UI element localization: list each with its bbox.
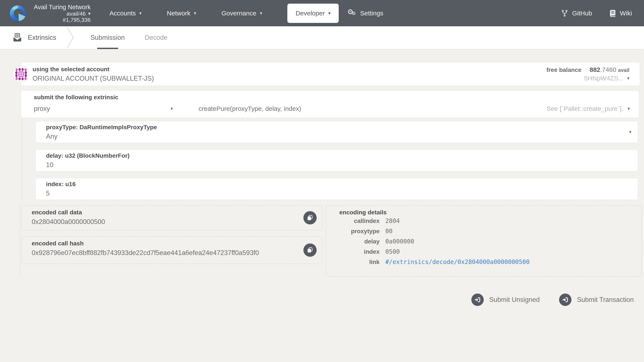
- encoded-call-data-box: encoded call data 0x2804000a0000000500: [22, 205, 322, 230]
- encoded-call-hash-label: encoded call hash: [32, 240, 294, 247]
- tab-bar: Extrinsics Submission Decode: [0, 26, 644, 49]
- menu-network-label: Network: [167, 10, 190, 17]
- wiki-label: Wiki: [620, 10, 632, 17]
- selected-account: using the selected account ORIGINAL ACCO…: [32, 66, 154, 82]
- encoding-row-link: link #/extrinsics/decode/0x2804000a00000…: [326, 257, 641, 267]
- avail-logo-icon[interactable]: [10, 5, 26, 22]
- extrinsics-page: using the selected account ORIGINAL ACCO…: [0, 49, 644, 306]
- enc-row-value: 0500: [385, 247, 400, 257]
- pallet-value: proxy: [34, 105, 50, 112]
- menu-item-governance[interactable]: Governance ▾: [222, 10, 262, 17]
- chevron-down-icon: ▾: [139, 11, 142, 16]
- book-icon: [609, 10, 616, 17]
- submit-transaction-button[interactable]: Submit Transaction: [558, 293, 635, 306]
- param-delay-input[interactable]: delay: u32 (BlockNumberFor) 10: [35, 149, 638, 172]
- navbar-external-links: GitHub Wiki: [561, 10, 632, 17]
- free-balance-value: 882.7460avail: [590, 66, 630, 74]
- section-title: Extrinsics: [28, 34, 56, 42]
- encoded-output-left: encoded call data 0x2804000a0000000500 e…: [22, 205, 322, 264]
- enc-row-label: index: [326, 247, 380, 257]
- git-fork-icon: [561, 10, 568, 17]
- menu-item-network[interactable]: Network ▾: [167, 10, 196, 17]
- copy-icon: [307, 247, 313, 253]
- account-name: ORIGINAL ACCOUNT (SUBWALLET-JS): [32, 75, 154, 82]
- menu-item-accounts[interactable]: Accounts ▾: [109, 10, 142, 17]
- actions-row: Submit Unsigned Submit Transaction: [0, 293, 635, 306]
- encoding-row: callindex 2804: [326, 216, 641, 226]
- chevron-down-icon: ▾: [328, 11, 330, 16]
- github-label: GitHub: [572, 10, 592, 17]
- param-label: proxyType: DaRuntimeImplsProxyType: [46, 124, 638, 131]
- menu-settings-label: Settings: [360, 10, 383, 17]
- encoding-row: proxytype 00: [326, 226, 641, 236]
- tab-decode[interactable]: Decode: [145, 26, 168, 49]
- account-dropdown[interactable]: free balance 882.7460avail 5HNpW4ZS... ▾: [546, 66, 630, 82]
- copy-call-hash-button[interactable]: [304, 244, 317, 257]
- encoding-details-title: encoding details: [339, 209, 641, 216]
- param-label: delay: u32 (BlockNumberFor): [46, 152, 638, 159]
- method-doc-text: See [`Pallet::create_pure`].: [546, 105, 623, 112]
- top-navbar: Avail Turing Network avail/46 ▾ #1,795,3…: [0, 0, 644, 26]
- enc-row-label: link: [326, 257, 380, 267]
- method-doc: See [`Pallet::create_pure`]. ▾: [546, 105, 630, 112]
- wiki-link[interactable]: Wiki: [609, 10, 632, 17]
- sign-in-icon: [471, 294, 484, 306]
- param-value: 5: [46, 190, 638, 197]
- chevron-down-icon: ▾: [627, 76, 630, 81]
- menu-item-developer[interactable]: Developer ▾: [287, 4, 339, 23]
- encoded-output-section: encoded call data 0x2804000a0000000500 e…: [20, 205, 642, 277]
- account-identicon[interactable]: [12, 66, 30, 82]
- breadcrumb-divider: [66, 27, 74, 48]
- menu-governance-label: Governance: [222, 10, 256, 17]
- param-proxytype-select[interactable]: proxyType: DaRuntimeImplsProxyType Any ▾: [35, 121, 638, 143]
- extrinsic-field-label: submit the following extrinsic: [34, 94, 639, 101]
- submit-unsigned-button[interactable]: Submit Unsigned: [470, 293, 541, 306]
- menu-item-settings[interactable]: ⚙⚙ Settings: [347, 9, 383, 18]
- encoded-call-hash-value: 0x928796e07ec8bff882fb743933de22cd7f5eae…: [32, 249, 294, 257]
- tab-submission[interactable]: Submission: [90, 26, 125, 49]
- decode-link[interactable]: #/extrinsics/decode/0x2804000a0000000500: [385, 257, 530, 267]
- network-name: Avail Turing Network: [34, 4, 90, 11]
- account-address: 5HNpW4ZS... ▾: [584, 75, 630, 82]
- param-index-input[interactable]: index: u16 5: [35, 178, 638, 200]
- chevron-down-icon: ▾: [194, 11, 196, 16]
- copy-icon: [307, 214, 313, 221]
- param-value: 10: [46, 161, 638, 169]
- best-block-number: #1,795,336: [63, 17, 90, 23]
- chain-spec-selector[interactable]: avail/46 ▾: [66, 11, 91, 17]
- enc-row-label: delay: [326, 236, 380, 247]
- extrinsic-selects: proxy ▾ createPure(proxyType, delay, ind…: [21, 105, 639, 112]
- free-balance-label: free balance: [546, 66, 581, 74]
- section-head: Extrinsics: [12, 33, 56, 42]
- gears-icon: ⚙⚙: [347, 9, 357, 18]
- encoding-details-box: encoding details callindex 2804 proxytyp…: [326, 205, 642, 277]
- sign-in-icon: [559, 294, 572, 306]
- submit-transaction-label: Submit Transaction: [577, 296, 634, 304]
- brand-text: Avail Turing Network avail/46 ▾ #1,795,3…: [34, 4, 90, 23]
- method-select[interactable]: createPure(proxyType, delay, index) See …: [198, 105, 630, 112]
- copy-call-data-button[interactable]: [304, 211, 317, 224]
- param-label: index: u16: [46, 181, 638, 188]
- encoding-row: delay 0a000000: [326, 236, 641, 247]
- github-link[interactable]: GitHub: [561, 10, 592, 17]
- extrinsic-envelope-icon: [12, 33, 22, 42]
- enc-row-label: proxytype: [326, 226, 380, 236]
- chain-spec-label: avail/46: [66, 11, 86, 17]
- param-value: Any: [46, 133, 638, 140]
- params-group: proxyType: DaRuntimeImplsProxyType Any ▾…: [22, 118, 638, 202]
- chevron-down-icon: ▾: [170, 106, 173, 111]
- method-value: createPure(proxyType, delay, index): [198, 105, 301, 112]
- encoded-call-hash-box: encoded call hash 0x928796e07ec8bff882fb…: [22, 236, 322, 264]
- free-balance: free balance 882.7460avail: [546, 66, 630, 74]
- encoded-call-data-value: 0x2804000a0000000500: [32, 218, 294, 226]
- chevron-down-icon: ▾: [628, 106, 630, 111]
- main-menu: Accounts ▾ Network ▾ Governance ▾ Develo…: [109, 4, 408, 23]
- encoding-row: index 0500: [326, 247, 641, 257]
- pallet-select[interactable]: proxy ▾: [34, 105, 175, 112]
- extrinsic-card: submit the following extrinsic proxy ▾ c…: [21, 90, 639, 118]
- account-field-label: using the selected account: [32, 66, 154, 73]
- submit-unsigned-label: Submit Unsigned: [489, 296, 540, 304]
- enc-row-label: callindex: [326, 216, 380, 226]
- encoded-call-data-label: encoded call data: [32, 209, 294, 216]
- menu-developer-label: Developer: [296, 10, 325, 17]
